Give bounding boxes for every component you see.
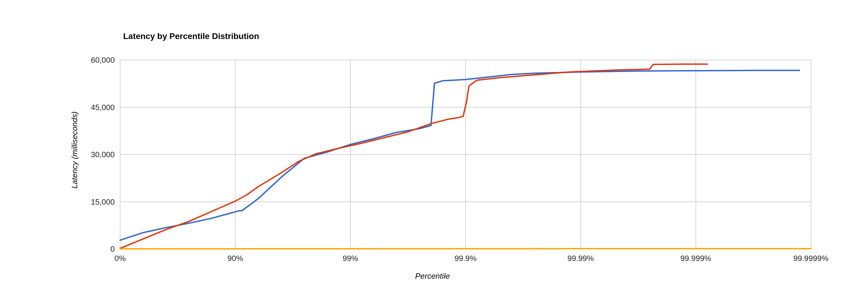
- chart-canvas: 015,00030,00045,00060,0000%90%99%99.9%99…: [0, 0, 868, 288]
- legend-label: cohttp-lwt-issue-328.hgrm: [405, 287, 495, 288]
- x-tick-label: 99.9%: [455, 254, 477, 263]
- y-tick-label: 0: [111, 245, 115, 253]
- x-tick-label: 0%: [115, 254, 126, 263]
- legend-label: httpaf-async-release.hgrm: [542, 287, 633, 288]
- legend-item: cohttp-lwt-issue-328.hgrm: [383, 287, 495, 288]
- legend-label: cohttp-async-issue-328.hgrm: [258, 287, 359, 288]
- x-tick-label: 99.999%: [680, 254, 711, 263]
- y-tick-label: 60,000: [91, 56, 115, 65]
- series-line: [120, 64, 707, 248]
- x-tick-label: 99.99%: [567, 254, 594, 263]
- x-tick-label: 90%: [227, 254, 243, 263]
- y-tick-label: 15,000: [91, 197, 115, 206]
- x-tick-label: 99.9999%: [793, 254, 828, 263]
- x-tick-label: 99%: [343, 254, 358, 263]
- series-line: [120, 71, 800, 240]
- y-tick-label: 30,000: [91, 150, 115, 159]
- legend: cohttp-async-issue-328.hgrmcohttp-lwt-is…: [0, 285, 868, 288]
- legend-item: cohttp-async-issue-328.hgrm: [235, 287, 359, 288]
- y-tick-label: 45,000: [91, 103, 115, 112]
- legend-item: httpaf-async-release.hgrm: [519, 287, 633, 288]
- series-line: [120, 249, 811, 249]
